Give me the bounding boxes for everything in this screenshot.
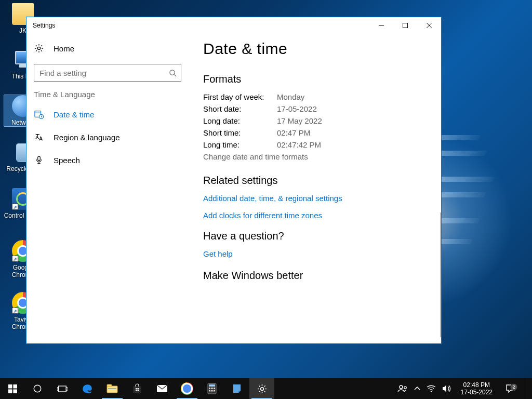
sidebar-category: Time & Language [26,90,189,103]
content-pane: Date & time Formats First day of week: M… [189,34,441,343]
svg-line-6 [174,74,176,76]
svg-rect-25 [136,390,137,392]
taskbar-file-explorer[interactable] [100,378,125,399]
taskbar-mail[interactable] [150,378,175,399]
taskbar-settings[interactable] [249,378,274,399]
settings-window: Settings Home Time & [26,17,442,344]
link-additional-settings[interactable]: Additional date, time, & regional settin… [203,194,432,203]
minimize-button[interactable] [369,17,393,34]
sidebar: Home Time & Language Date & time Reg [26,34,189,343]
link-add-clocks[interactable]: Add clocks for different time zones [203,211,432,220]
volume-icon[interactable] [442,384,451,393]
svg-point-39 [430,391,431,392]
svg-rect-23 [136,388,137,390]
notification-badge: 2 [510,383,517,391]
titlebar[interactable]: Settings [26,17,441,34]
window-title: Settings [33,22,55,29]
svg-rect-32 [214,388,215,389]
language-icon [34,132,44,142]
search-input[interactable] [39,69,169,77]
sidebar-item-label: Region & language [54,133,120,142]
taskbar-edge[interactable] [75,378,100,399]
clock-calendar-icon [34,109,44,119]
maximize-button[interactable] [393,17,417,34]
svg-rect-17 [57,387,59,390]
svg-point-38 [404,387,406,389]
label: First day of week: [203,92,277,101]
close-button[interactable] [417,17,441,34]
sidebar-item-region[interactable]: Region & language [26,126,189,149]
people-icon[interactable] [397,384,408,393]
value: 17-05-2022 [277,104,317,113]
svg-point-15 [34,385,41,392]
search-box[interactable] [34,64,181,82]
row-short-date: Short date: 17-05-2022 [203,104,432,113]
svg-rect-11 [8,384,12,389]
link-get-help[interactable]: Get help [203,249,432,258]
svg-rect-19 [107,386,117,393]
svg-rect-20 [107,384,112,387]
svg-rect-13 [8,389,12,393]
svg-rect-16 [59,386,66,392]
section-better: Make Windows better [203,270,432,282]
value: 17 May 2022 [277,116,322,125]
taskbar-chrome[interactable] [175,378,200,399]
taskbar-sticky-notes[interactable] [224,378,249,399]
system-tray: 02:48 PM 17-05-2022 2 [393,378,532,399]
taskbar: 02:48 PM 17-05-2022 2 [0,378,532,399]
cortana-button[interactable] [25,378,50,399]
sidebar-item-date-time[interactable]: Date & time [26,103,189,126]
start-button[interactable] [0,378,25,399]
page-title: Date & time [203,40,432,58]
svg-rect-31 [211,388,213,389]
sidebar-home[interactable]: Home [26,37,189,60]
svg-rect-29 [209,384,215,387]
taskbar-calculator[interactable] [200,378,224,399]
sidebar-item-speech[interactable]: Speech [26,149,189,171]
sidebar-item-label: Speech [54,156,80,165]
row-long-date: Long date: 17 May 2022 [203,116,432,125]
svg-rect-33 [209,390,210,392]
search-icon [169,69,177,77]
svg-rect-22 [134,387,141,393]
scrollbar[interactable] [440,212,441,337]
svg-rect-24 [138,388,139,390]
clock-date: 17-05-2022 [461,389,493,396]
row-first-day: First day of week: Monday [203,92,432,101]
svg-point-4 [37,47,40,49]
label: Long date: [203,116,277,125]
svg-rect-26 [138,390,139,392]
svg-rect-18 [66,387,68,390]
label: Short date: [203,104,277,113]
section-related: Related settings [203,175,432,187]
tray-chevron-up-icon[interactable] [414,387,420,391]
sidebar-item-label: Date & time [54,110,94,119]
taskbar-clock[interactable]: 02:48 PM 17-05-2022 [458,381,496,396]
section-formats: Formats [203,73,432,85]
svg-point-37 [400,385,403,389]
value: 02:47 PM [277,128,310,137]
taskbar-store[interactable] [125,378,150,399]
svg-point-36 [260,387,263,390]
svg-point-5 [170,70,175,74]
show-desktop-button[interactable] [526,378,529,399]
svg-rect-21 [108,388,116,389]
value: Monday [277,92,304,101]
row-long-time: Long time: 02:47:42 PM [203,140,432,149]
label: Short time: [203,128,277,137]
svg-rect-30 [209,388,210,389]
svg-rect-12 [13,384,17,389]
microphone-icon [34,155,44,165]
task-view-button[interactable] [50,378,75,399]
section-question: Have a question? [203,230,432,242]
clock-time: 02:48 PM [461,381,493,389]
action-center-button[interactable]: 2 [502,384,520,393]
link-change-formats[interactable]: Change date and time formats [203,152,432,161]
label: Long time: [203,140,277,149]
svg-rect-14 [13,389,17,393]
svg-rect-35 [214,390,215,392]
svg-rect-34 [211,390,213,392]
wifi-icon[interactable] [427,385,436,392]
svg-rect-1 [403,23,408,28]
value: 02:47:42 PM [277,140,321,149]
